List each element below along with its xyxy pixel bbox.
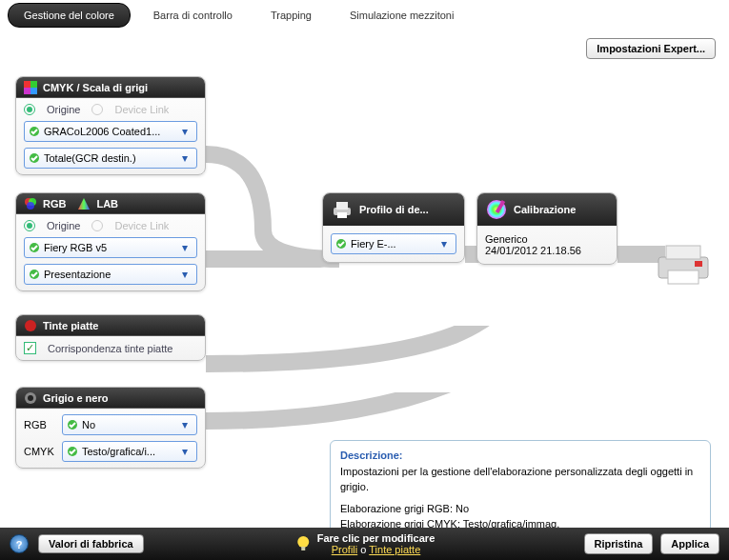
chevron-down-icon: ▾ xyxy=(177,418,192,431)
spot-colors-link[interactable]: Tinte piatte xyxy=(369,544,420,555)
apply-button[interactable]: Applica xyxy=(660,533,719,554)
calibration-icon xyxy=(485,198,508,221)
workflow-canvas: CMYK / Scala di grigi Origine Device Lin… xyxy=(0,59,729,535)
svg-point-12 xyxy=(25,320,36,331)
cmyk-panel-title: CMYK / Scala di grigi xyxy=(43,82,148,93)
tab-control-bar[interactable]: Barra di controllo xyxy=(138,4,248,27)
rgb-devicelink-radio[interactable] xyxy=(91,220,103,231)
chevron-down-icon: ▾ xyxy=(177,151,192,165)
rgb-intent-dropdown[interactable]: Presentazione ▾ xyxy=(24,264,197,285)
svg-rect-24 xyxy=(666,246,700,259)
svg-rect-28 xyxy=(301,547,305,550)
calibration-panel: Calibrazione Generico 24/01/2012 21.18.5… xyxy=(476,192,618,265)
svg-rect-2 xyxy=(24,88,30,94)
tab-halftone[interactable]: Simulazione mezzitoni xyxy=(334,4,469,27)
check-icon xyxy=(67,419,78,430)
chevron-down-icon: ▾ xyxy=(177,445,192,458)
rgb-profile-dropdown[interactable]: Fiery RGB v5 ▾ xyxy=(24,237,197,258)
cmyk-origin-radio[interactable] xyxy=(24,104,35,115)
gray-rgb-dropdown[interactable]: No ▾ xyxy=(62,414,197,435)
rgb-devicelink-label: Device Link xyxy=(114,220,169,231)
restore-button[interactable]: Ripristina xyxy=(584,533,654,554)
expert-settings-button[interactable]: Impostazioni Expert... xyxy=(586,38,716,59)
check-icon xyxy=(29,242,40,253)
svg-rect-18 xyxy=(336,202,348,210)
cmyk-devicelink-radio[interactable] xyxy=(91,104,103,115)
calibration-name: Generico xyxy=(485,233,609,245)
lab-title: LAB xyxy=(96,198,118,210)
gray-panel: Grigio e nero RGB No ▾ CMYK Testo/grafic… xyxy=(15,387,206,469)
svg-rect-19 xyxy=(337,212,347,218)
calibration-timestamp: 24/01/2012 21.18.56 xyxy=(485,245,609,256)
output-profile-dropdown[interactable]: Fiery E-... ▾ xyxy=(331,233,456,254)
gray-rgb-label: RGB xyxy=(24,419,56,430)
rgb-title: RGB xyxy=(43,198,66,210)
cmyk-icon xyxy=(24,81,37,94)
hint-sep: o xyxy=(357,544,369,555)
check-icon xyxy=(29,152,40,164)
cmyk-panel: CMYK / Scala di grigi Origine Device Lin… xyxy=(15,76,206,175)
svg-rect-25 xyxy=(668,270,699,284)
lightbulb-icon xyxy=(294,535,312,552)
svg-point-27 xyxy=(297,536,309,548)
hint-text: Fare clic per modificare xyxy=(317,532,435,544)
chevron-down-icon: ▾ xyxy=(177,125,192,138)
gray-title: Grigio e nero xyxy=(43,392,108,404)
description-line: Impostazioni per la gestione dell'elabor… xyxy=(340,465,700,494)
help-button[interactable]: ? xyxy=(10,534,29,553)
description-line: Elaborazione grigi RGB: No xyxy=(340,502,700,516)
gray-icon xyxy=(24,391,37,405)
svg-point-8 xyxy=(27,202,34,210)
spot-match-label: Corrispondenza tinte piatte xyxy=(48,343,172,354)
svg-rect-26 xyxy=(695,261,702,267)
lab-icon xyxy=(77,197,91,210)
printer-profile-icon xyxy=(331,198,354,221)
output-profile-title: Profilo di de... xyxy=(359,204,429,215)
output-profile-panel: Profilo di de... Fiery E-... ▾ xyxy=(322,192,465,263)
svg-rect-1 xyxy=(30,81,37,88)
chevron-down-icon: ▾ xyxy=(177,241,192,254)
rgb-panel: RGB LAB Origine Device Link Fiery RGB v5… xyxy=(15,192,206,291)
factory-defaults-button[interactable]: Valori di fabbrica xyxy=(38,534,144,553)
gray-cmyk-label: CMYK xyxy=(24,446,56,457)
profiles-link[interactable]: Profili xyxy=(332,544,358,555)
rgb-origin-label: Origine xyxy=(47,220,80,231)
tab-color-management[interactable]: Gestione del colore xyxy=(8,3,131,28)
gray-cmyk-dropdown[interactable]: Testo/grafica/i... ▾ xyxy=(62,441,197,462)
bottom-bar: ? Valori di fabbrica Fare clic per modif… xyxy=(0,528,729,560)
rgb-origin-radio[interactable] xyxy=(24,220,35,231)
calibration-title: Calibrazione xyxy=(514,204,576,215)
check-icon xyxy=(335,238,347,250)
svg-point-14 xyxy=(28,395,33,401)
spot-match-checkbox[interactable] xyxy=(24,342,36,354)
svg-marker-9 xyxy=(78,198,90,210)
cmyk-profile-dropdown[interactable]: GRACoL2006 Coated1... ▾ xyxy=(24,121,197,142)
tab-bar: Gestione del colore Barra di controllo T… xyxy=(0,0,729,30)
description-heading: Descrizione: xyxy=(340,449,700,463)
svg-rect-3 xyxy=(30,88,37,94)
cmyk-origin-label: Origine xyxy=(47,104,80,115)
svg-rect-0 xyxy=(24,81,30,88)
cmyk-method-dropdown[interactable]: Totale(GCR destin.) ▾ xyxy=(24,148,197,169)
rgb-icon xyxy=(24,197,37,210)
chevron-down-icon: ▾ xyxy=(177,268,192,281)
check-icon xyxy=(29,126,40,137)
spot-panel: Tinte piatte Corrispondenza tinte piatte xyxy=(15,314,206,361)
spot-title: Tinte piatte xyxy=(43,320,98,331)
check-icon xyxy=(67,446,78,457)
check-icon xyxy=(29,269,40,280)
printer-icon xyxy=(655,240,712,288)
cmyk-devicelink-label: Device Link xyxy=(114,104,169,115)
tab-trapping[interactable]: Trapping xyxy=(255,4,327,27)
spot-icon xyxy=(24,319,37,332)
chevron-down-icon: ▾ xyxy=(436,237,452,250)
